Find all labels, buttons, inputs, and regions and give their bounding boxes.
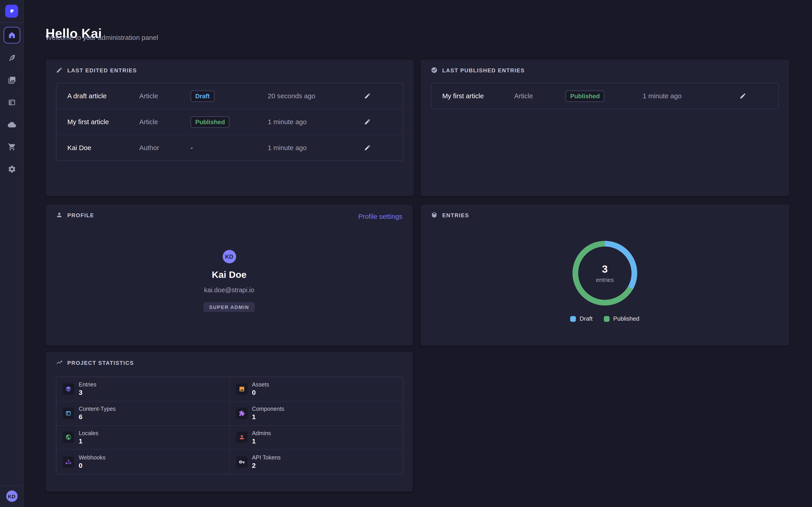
sidebar-item-marketplace[interactable]: [4, 139, 19, 155]
panel-last-edited-header: LAST EDITED ENTRIES: [56, 67, 137, 73]
panel-entries-header: ENTRIES: [431, 212, 469, 218]
stat-content-types: Content-Types6: [56, 401, 230, 426]
sidebar-divider: [0, 22, 23, 23]
entry-name: Kai Doe: [67, 144, 139, 152]
pencil-icon: [56, 67, 63, 73]
entry-time: 1 minute ago: [268, 144, 359, 152]
entry-type: Author: [139, 144, 191, 152]
stat-assets: Assets0: [230, 377, 403, 401]
entry-type: Article: [514, 92, 565, 100]
legend-swatch-draft: [570, 316, 576, 322]
stat-label: Components: [252, 406, 284, 412]
sidebar-user-avatar[interactable]: KD: [6, 491, 17, 502]
assets-icon: [236, 383, 247, 395]
legend-item-draft: Draft: [570, 316, 593, 322]
components-icon: [236, 407, 247, 419]
panel-title: PROJECT STATISTICS: [67, 359, 134, 366]
donut-center: 3 entries: [568, 236, 642, 310]
page-subtitle: Welcome to your administration panel: [46, 34, 158, 41]
sidebar-item-media-library[interactable]: [4, 72, 19, 88]
stat-label: Admins: [252, 430, 271, 436]
stats-grid: Entries3 Assets0 Content-Types6 Componen…: [56, 377, 404, 474]
stat-value: 0: [79, 461, 106, 469]
profile-email: kai.doe@strapi.io: [204, 287, 254, 294]
profile-settings-link[interactable]: Profile settings: [358, 213, 402, 220]
entry-time: 1 minute ago: [268, 118, 359, 125]
legend-label: Published: [613, 316, 640, 322]
stat-entries: Entries3: [56, 377, 230, 401]
sidebar-item-content-manager[interactable]: [4, 50, 19, 66]
sidebar-item-cloud[interactable]: [4, 117, 19, 132]
table-row: Kai Doe Author - 1 minute ago: [56, 135, 403, 160]
last-published-table: My first article Article Published 1 min…: [431, 83, 779, 109]
profile-card: KD Kai Doe kai.doe@strapi.io SUPER ADMIN: [46, 250, 413, 312]
legend-item-published: Published: [604, 316, 640, 322]
cube-icon: [431, 212, 438, 218]
pencil-icon: [364, 145, 370, 151]
stat-value: 0: [252, 389, 269, 396]
table-row: My first article Article Published 1 min…: [431, 83, 778, 109]
stat-value: 1: [252, 413, 284, 420]
entry-name: My first article: [67, 118, 139, 125]
entry-time: 1 minute ago: [643, 92, 735, 100]
panel-title: ENTRIES: [442, 212, 469, 218]
panel-stats-header: PROJECT STATISTICS: [56, 359, 134, 366]
status-badge: Published: [191, 116, 230, 127]
sidebar-nav: [3, 27, 20, 485]
legend-label: Draft: [580, 316, 593, 322]
stat-value: 3: [79, 389, 97, 396]
sidebar-item-settings[interactable]: [4, 161, 19, 177]
table-row: A draft article Article Draft 20 seconds…: [56, 83, 403, 109]
last-edited-table: A draft article Article Draft 20 seconds…: [56, 83, 404, 161]
stat-value: 6: [79, 413, 116, 420]
gear-icon: [7, 165, 16, 173]
status-badge: Published: [565, 90, 605, 102]
sidebar-item-content-type-builder[interactable]: [4, 95, 19, 110]
profile-name: Kai Doe: [212, 270, 247, 280]
chart-legend: Draft Published: [420, 316, 789, 322]
media-library-icon: [7, 76, 16, 84]
strapi-logo[interactable]: [5, 5, 18, 17]
stat-locales: Locales1: [56, 426, 230, 450]
stat-label: Locales: [79, 430, 98, 436]
entry-type: Article: [139, 92, 191, 100]
status-badge: Draft: [191, 90, 214, 102]
stat-webhooks: Webhooks0: [56, 450, 230, 474]
stat-api-tokens: API Tokens2: [230, 450, 403, 474]
panel-profile-header: PROFILE: [56, 212, 94, 218]
locales-icon: [63, 432, 74, 443]
table-row: My first article Article Published 1 min…: [56, 109, 403, 135]
edit-entry-button[interactable]: [359, 114, 375, 129]
trend-up-icon: [56, 359, 63, 366]
sidebar-footer: KD: [0, 485, 23, 507]
strapi-logo-icon: [8, 7, 15, 15]
pencil-icon: [364, 93, 370, 99]
status-empty: -: [191, 144, 268, 152]
stat-value: 2: [252, 461, 281, 469]
panel-title: PROFILE: [67, 212, 94, 218]
role-badge: SUPER ADMIN: [203, 302, 255, 312]
edit-entry-button[interactable]: [359, 140, 375, 156]
entry-time: 20 seconds ago: [268, 92, 359, 100]
stat-label: Content-Types: [79, 406, 116, 412]
stat-admins: Admins1: [230, 426, 403, 450]
legend-swatch-published: [604, 316, 610, 322]
entries-donut-chart: 3 entries: [420, 236, 789, 310]
api-tokens-icon: [236, 456, 247, 467]
edit-entry-button[interactable]: [359, 88, 375, 104]
edit-entry-button[interactable]: [735, 88, 750, 104]
strapi-admin-dashboard: KD Hello Kai Welcome to your administrat…: [0, 0, 812, 507]
entry-name: A draft article: [67, 92, 139, 100]
panel-last-published-entries: LAST PUBLISHED ENTRIES My first article …: [420, 59, 789, 196]
panel-title: LAST PUBLISHED ENTRIES: [442, 67, 525, 73]
stat-label: Entries: [79, 382, 97, 388]
home-icon: [7, 31, 16, 40]
donut-center-label: entries: [596, 277, 614, 283]
pencil-icon: [364, 118, 370, 125]
stat-components: Components1: [230, 401, 403, 426]
sidebar-item-home[interactable]: [3, 27, 20, 43]
panel-project-statistics: PROJECT STATISTICS Entries3 Assets0 Cont…: [46, 352, 413, 492]
cloud-icon: [7, 121, 16, 129]
panel-last-published-header: LAST PUBLISHED ENTRIES: [431, 67, 525, 73]
sidebar: KD: [0, 0, 24, 507]
